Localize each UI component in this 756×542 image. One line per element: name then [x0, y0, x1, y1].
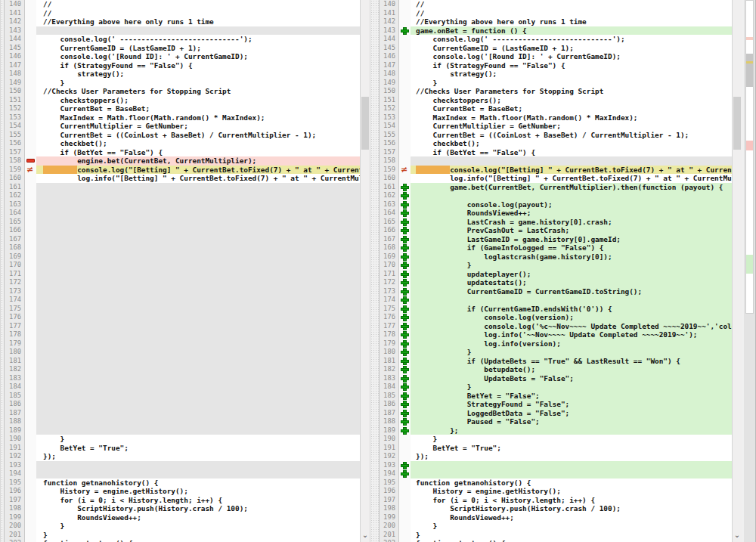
code-text[interactable]: [36, 348, 360, 357]
code-text[interactable]: [36, 365, 360, 374]
code-text[interactable]: [36, 287, 360, 296]
code-text[interactable]: CurrentMultiplier = GetNumber;: [36, 122, 360, 131]
code-text[interactable]: }: [411, 522, 732, 531]
code-text[interactable]: log.info('~~Nov~~~~ Update Completed ~~~…: [411, 330, 732, 339]
code-text[interactable]: loglastcrash(game.history[0]);: [411, 252, 732, 262]
code-text[interactable]: };: [411, 426, 732, 435]
code-text[interactable]: StrategyFound = "False";: [411, 400, 732, 409]
code-text[interactable]: [36, 330, 360, 339]
code-text[interactable]: if (CurrentGameID.endsWith('0')) {: [411, 305, 732, 314]
code-text[interactable]: [36, 409, 360, 418]
code-text[interactable]: //: [36, 0, 360, 9]
code-text[interactable]: [36, 305, 360, 314]
code-text[interactable]: if (BetYet == "False") {: [411, 148, 732, 157]
code-text[interactable]: //: [411, 9, 732, 18]
code-text[interactable]: [36, 296, 360, 305]
code-text[interactable]: strategy();: [36, 70, 360, 79]
code-text[interactable]: });: [411, 452, 732, 461]
code-text[interactable]: function strategy() {: [411, 539, 732, 542]
code-text[interactable]: }: [411, 382, 732, 392]
code-text[interactable]: [36, 382, 360, 392]
code-text[interactable]: }: [36, 79, 360, 88]
code-text[interactable]: CurrentBet = ((CoinLost + BaseBet) / Cur…: [36, 131, 360, 140]
pane-splitter[interactable]: [370, 0, 380, 542]
code-text[interactable]: LastCrash = game.history[0].crash;: [411, 218, 732, 227]
code-text[interactable]: [36, 218, 360, 227]
code-text[interactable]: CurrentBet = ((CoinLost + BaseBet) / Cur…: [411, 131, 732, 140]
code-text[interactable]: LoggedBetData = "False";: [411, 409, 732, 418]
code-text[interactable]: [36, 261, 360, 270]
code-text[interactable]: [36, 392, 360, 401]
code-text[interactable]: LastGameID = game.history[0].gameId;: [411, 235, 732, 244]
code-text[interactable]: log.info("[Betting] " + CurrentBet.toFix…: [36, 174, 360, 183]
code-text[interactable]: }: [411, 348, 732, 357]
code-text[interactable]: }: [411, 531, 732, 540]
code-text[interactable]: checkbet();: [36, 139, 360, 148]
code-text[interactable]: checkstoppers();: [36, 96, 360, 105]
code-text[interactable]: console.log('[Round ID]: ' + CurrentGame…: [36, 52, 360, 61]
code-text[interactable]: function strategy() {: [36, 539, 360, 542]
code-text[interactable]: console.log(payout);: [411, 200, 732, 209]
code-text[interactable]: [36, 209, 360, 218]
code-text[interactable]: CurrentBet = BaseBet;: [36, 104, 360, 113]
code-text[interactable]: BetYet = "False";: [411, 392, 732, 401]
code-text[interactable]: Paused = "False";: [411, 417, 732, 426]
code-text[interactable]: }: [36, 522, 360, 531]
code-text[interactable]: [36, 183, 360, 192]
code-text[interactable]: [411, 469, 732, 479]
code-text[interactable]: console.log('[Round ID]: ' + CurrentGame…: [411, 52, 732, 61]
code-text[interactable]: [36, 191, 360, 200]
code-text[interactable]: RoundsViewed++;: [36, 513, 360, 522]
code-text[interactable]: [36, 339, 360, 348]
code-text[interactable]: [36, 200, 360, 209]
code-text[interactable]: [36, 400, 360, 409]
code-text[interactable]: MaxIndex = Math.floor(Math.random() * Ma…: [411, 113, 732, 122]
code-text[interactable]: }: [36, 435, 360, 444]
code-text[interactable]: console.log("[Betting] " + CurrentBet.to…: [36, 166, 360, 175]
code-text[interactable]: RoundsViewed++;: [411, 209, 732, 218]
code-text[interactable]: [36, 26, 360, 36]
code-text[interactable]: engine.bet(CurrentBet, CurrentMultiplier…: [36, 156, 360, 166]
left-vertical-scrollbar[interactable]: ⌄: [360, 0, 370, 542]
code-text[interactable]: [36, 461, 360, 470]
code-text[interactable]: [36, 235, 360, 244]
code-text[interactable]: function getnanohistory() {: [411, 479, 732, 488]
code-text[interactable]: [411, 156, 732, 166]
code-text[interactable]: if (StrategyFound == "False") {: [36, 61, 360, 70]
code-text[interactable]: if (BetYet == "False") {: [36, 148, 360, 157]
code-text[interactable]: }: [411, 79, 732, 88]
code-text[interactable]: console.log(' --------------------------…: [36, 35, 360, 44]
code-text[interactable]: checkstoppers();: [411, 96, 732, 105]
code-text[interactable]: if (UpdateBets == "True" && LastResult =…: [411, 357, 732, 366]
code-text[interactable]: BetYet = "True";: [411, 444, 732, 453]
code-text[interactable]: ScriptHistory.push(History.crash / 100);: [411, 504, 732, 513]
code-text[interactable]: //: [411, 0, 732, 9]
code-text[interactable]: [36, 469, 360, 479]
code-text[interactable]: updatestats();: [411, 278, 732, 287]
code-text[interactable]: [36, 278, 360, 287]
code-text[interactable]: CurrentGameID = CurrentGameID.toString()…: [411, 287, 732, 296]
code-text[interactable]: [36, 417, 360, 426]
code-text[interactable]: History = engine.getHistory();: [36, 487, 360, 496]
code-text[interactable]: [36, 374, 360, 383]
diff-overview-track[interactable]: [745, 0, 754, 314]
code-text[interactable]: [36, 243, 360, 252]
code-text[interactable]: [36, 252, 360, 262]
code-text[interactable]: for (i = 0; i < History.length; i++) {: [36, 496, 360, 505]
code-text[interactable]: game.bet(CurrentBet, CurrentMultiplier).…: [411, 183, 732, 192]
code-text[interactable]: }: [411, 261, 732, 270]
code-text[interactable]: [411, 191, 732, 200]
code-text[interactable]: CurrentMultiplier = GetNumber;: [411, 122, 732, 131]
code-text[interactable]: [36, 270, 360, 279]
code-text[interactable]: //: [36, 9, 360, 18]
code-text[interactable]: }: [411, 435, 732, 444]
right-vertical-scrollbar[interactable]: ⌄: [732, 0, 742, 542]
code-text[interactable]: [411, 461, 732, 470]
code-text[interactable]: MaxIndex = Math.floor(Math.random() * Ma…: [36, 113, 360, 122]
code-text[interactable]: console.log(' --------------------------…: [411, 35, 732, 44]
code-text[interactable]: //Checks User Parameters for Stopping Sc…: [36, 87, 360, 96]
code-text[interactable]: if (GameInfoLogged == "False") {: [411, 243, 732, 252]
code-text[interactable]: function getnanohistory() {: [36, 479, 360, 488]
code-text[interactable]: CurrentGameID = (LastGameID + 1);: [411, 44, 732, 53]
code-text[interactable]: [36, 226, 360, 235]
